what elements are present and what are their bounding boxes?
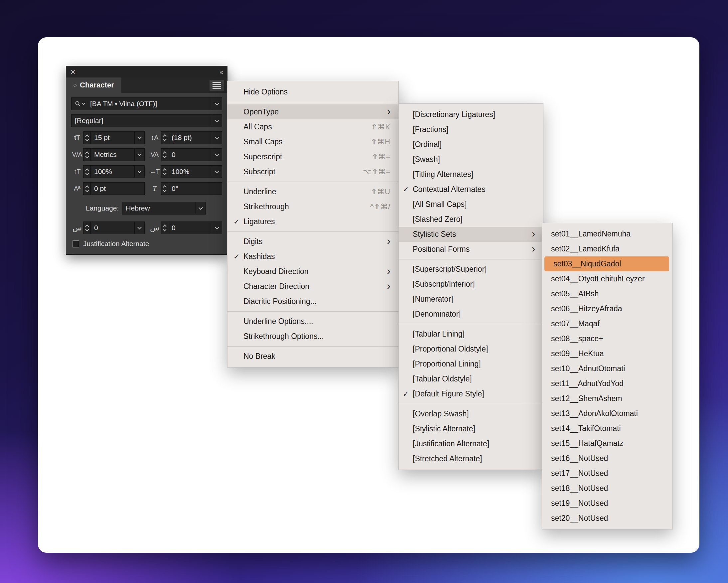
font-family-combo[interactable]: [BA TM • Vilna (OTF)] [71,98,222,110]
menu-item-set03[interactable]: set03__NiqudGadol [544,257,669,271]
menu-item-stylistic-alternate[interactable]: [Stylistic Alternate] [399,421,543,436]
dropdown-arrow-icon[interactable] [134,166,144,178]
tracking-combo[interactable]: 0 [161,148,222,161]
menu-item-subscript-inferior[interactable]: [Subscript/Inferior] [399,277,543,292]
tab-character[interactable]: ◇ Character [66,78,121,93]
language-select[interactable]: Hebrew [122,202,206,214]
menu-item-underline[interactable]: Underline⇧⌘U [228,184,398,199]
dropdown-arrow-icon[interactable] [134,132,144,144]
menu-item-set07[interactable]: set07__Maqaf [542,316,673,331]
menu-item-set19[interactable]: set19__NotUsed [542,496,673,511]
menu-item-set16[interactable]: set16__NotUsed [542,451,673,466]
menu-item-proportional-oldstyle[interactable]: [Proportional Oldstyle] [399,342,543,356]
menu-item-tabular-oldstyle[interactable]: [Tabular Oldstyle] [399,371,543,387]
menu-item-denominator[interactable]: [Denominator] [399,307,543,322]
stepper[interactable] [161,222,168,234]
menu-item-set05[interactable]: set05__AtBsh [542,286,673,301]
skew-value[interactable]: 0° [168,183,222,194]
menu-item-all-small-caps[interactable]: [All Small Caps] [399,197,543,212]
leading-value[interactable]: (18 pt) [168,132,212,144]
menu-item-tabular-lining[interactable]: [Tabular Lining] [399,326,543,342]
menu-item-slashed-zero[interactable]: [Slashed Zero] [399,212,543,227]
menu-item-kashidas[interactable]: ✓Kashidas [228,249,398,264]
tracking-value[interactable]: 0 [168,149,212,161]
menu-item-positional-forms[interactable]: Positional Forms› [399,242,543,257]
menu-item-underline-options[interactable]: Underline Options.... [228,314,398,329]
baseline-shift-combo[interactable]: 0 pt [83,182,145,195]
menu-item-opentype[interactable]: OpenType› [228,104,398,120]
kerning-value[interactable]: Metrics [91,149,134,161]
baseline-shift-value[interactable]: 0 pt [91,183,144,194]
menu-item-set17[interactable]: set17__NotUsed [542,466,673,481]
dropdown-arrow-icon[interactable] [134,149,144,161]
menu-item-set18[interactable]: set18__NotUsed [542,481,673,496]
font-size-combo[interactable]: 15 pt [83,131,145,144]
diacritic-combo[interactable]: 0 [161,221,222,234]
menu-item-overlap-swash[interactable]: [Overlap Swash] [399,406,543,421]
menu-item-ordinal[interactable]: [Ordinal] [399,137,543,152]
stepper[interactable] [83,222,91,234]
dropdown-arrow-icon[interactable] [212,149,222,161]
menu-item-diacritic-positioning[interactable]: Diacritic Positioning... [228,294,398,309]
menu-item-titling-alternates[interactable]: [Titling Alternates] [399,167,543,182]
panel-menu-button[interactable] [210,80,224,91]
stepper[interactable] [161,183,168,194]
menu-item-strikethrough[interactable]: Strikethrough^⇧⌘/ [228,199,398,214]
menu-item-set02[interactable]: set02__LamedKfufa [542,241,673,257]
menu-item-fractions[interactable]: [Fractions] [399,122,543,137]
menu-item-set04[interactable]: set04__OtyotLehituhLeyzer [542,271,673,286]
menu-item-set15[interactable]: set15__HatafQamatz [542,436,673,451]
menu-item-set01[interactable]: set01__LamedNemuha [542,227,673,241]
menu-item-ligatures[interactable]: ✓Ligatures [228,214,398,229]
kerning-combo[interactable]: Metrics [83,148,145,161]
menu-item-set06[interactable]: set06__HitzeyAfrada [542,301,673,316]
collapse-icon[interactable]: « [219,68,223,76]
menu-item-all-caps[interactable]: All Caps⇧⌘K [228,120,398,134]
menu-item-set11[interactable]: set11__AdnutYodYod [542,376,673,391]
leading-combo[interactable]: (18 pt) [161,131,222,144]
menu-item-contextual-alternates[interactable]: ✓Contextual Alternates [399,182,543,197]
menu-item-keyboard-direction[interactable]: Keyboard Direction› [228,264,398,279]
stepper[interactable] [161,132,168,144]
menu-item-discretionary-ligatures[interactable]: [Discretionary Ligatures] [399,107,543,122]
menu-item-default-figure-style[interactable]: ✓[Default Figure Style] [399,387,543,401]
font-style-combo[interactable]: [Regular] [71,114,222,127]
justification-alternate-checkbox[interactable] [72,240,79,247]
menu-item-numerator[interactable]: [Numerator] [399,292,543,307]
font-size-value[interactable]: 15 pt [91,132,134,144]
stepper[interactable] [83,183,91,194]
menu-item-character-direction[interactable]: Character Direction› [228,279,398,294]
dropdown-arrow-icon[interactable] [212,132,222,144]
horizontal-scale-combo[interactable]: 100% [161,165,222,178]
dropdown-arrow-icon[interactable] [212,115,222,127]
font-style-value[interactable]: [Regular] [72,115,212,127]
menu-item-justification-alternate[interactable]: [Justification Alternate] [399,436,543,451]
menu-item-set20[interactable]: set20__NotUsed [542,511,673,526]
menu-item-stylistic-sets[interactable]: Stylistic Sets› [399,227,543,242]
menu-item-set08[interactable]: set08__space+ [542,331,673,346]
dropdown-arrow-icon[interactable] [196,202,206,214]
menu-item-swash[interactable]: [Swash] [399,152,543,167]
menu-item-set09[interactable]: set09__HeKtua [542,346,673,361]
menu-item-set10[interactable]: set10__AdnutOtomati [542,361,673,376]
menu-item-superscript[interactable]: Superscript⇧⌘= [228,149,398,164]
kashida-value[interactable]: 0 [91,222,134,234]
stepper[interactable] [161,149,168,161]
dropdown-arrow-icon[interactable] [212,166,222,178]
font-family-value[interactable]: [BA TM • Vilna (OTF)] [87,98,212,110]
dropdown-arrow-icon[interactable] [212,222,222,234]
vertical-scale-value[interactable]: 100% [91,166,134,178]
kashida-combo[interactable]: 0 [83,221,145,234]
menu-item-set12[interactable]: set12__ShemAshem [542,391,673,406]
menu-item-stretched-alternate[interactable]: [Stretched Alternate] [399,451,543,466]
stepper[interactable] [83,132,91,144]
horizontal-scale-value[interactable]: 100% [168,166,212,178]
menu-item-proportional-lining[interactable]: [Proportional Lining] [399,356,543,371]
stepper[interactable] [83,166,91,178]
dropdown-arrow-icon[interactable] [212,98,222,110]
menu-item-small-caps[interactable]: Small Caps⇧⌘H [228,134,398,149]
menu-item-subscript[interactable]: Subscript⌥⇧⌘= [228,164,398,179]
menu-item-set13[interactable]: set13__AdonAkolOtomati [542,406,673,421]
menu-item-hide-options[interactable]: Hide Options [228,84,398,100]
vertical-scale-combo[interactable]: 100% [83,165,145,178]
